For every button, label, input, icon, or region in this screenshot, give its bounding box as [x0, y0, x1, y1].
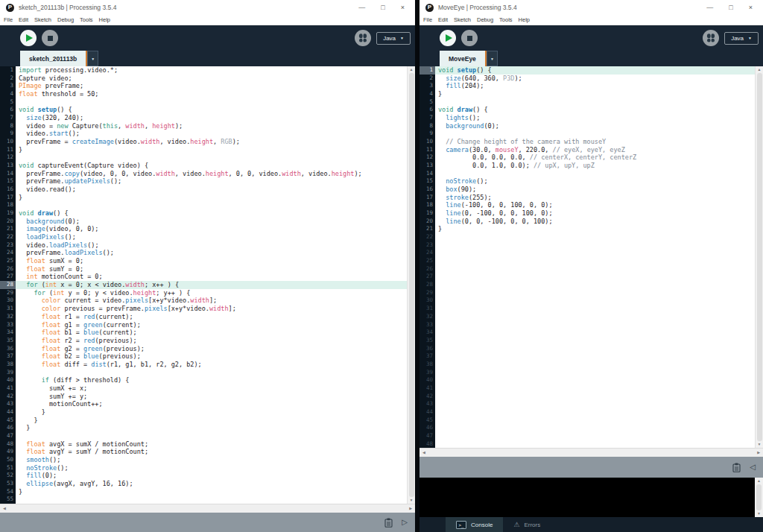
- stop-button[interactable]: [42, 30, 58, 46]
- mode-selector[interactable]: Java ▼: [724, 32, 759, 45]
- code-line: smooth();: [16, 456, 407, 464]
- line-number: 3: [0, 82, 16, 90]
- menu-sketch[interactable]: Sketch: [34, 16, 51, 23]
- code-area[interactable]: void setup() { size(640, 360, P3D); fill…: [435, 66, 755, 448]
- mode-dropdown-icon: ▼: [400, 36, 404, 40]
- code-line: [435, 265, 755, 273]
- code-line: [16, 495, 407, 504]
- code-area[interactable]: import processing.video.*;Capture video;…: [16, 66, 407, 504]
- toolbar: Java ▼: [0, 25, 415, 51]
- scroll-up-icon[interactable]: ▲: [757, 479, 761, 483]
- line-number: 10: [420, 138, 435, 146]
- close-button[interactable]: ×: [401, 4, 405, 11]
- line-number: 53: [0, 480, 16, 488]
- maximize-button[interactable]: □: [381, 4, 384, 11]
- code-line: [435, 400, 755, 408]
- code-line: [435, 361, 755, 369]
- scroll-down-icon[interactable]: ▼: [757, 512, 761, 516]
- line-number: 30: [420, 297, 435, 305]
- scroll-down-icon[interactable]: ▼: [410, 498, 414, 502]
- code-line: float avgY = sumY / motionCount;: [16, 448, 407, 456]
- tab-console[interactable]: >_ Console: [446, 517, 503, 532]
- line-number: 33: [420, 321, 435, 329]
- menu-edit[interactable]: Edit: [438, 16, 448, 23]
- menu-file[interactable]: File: [423, 16, 432, 23]
- mode-label: Java: [731, 35, 744, 42]
- tab-menu-button[interactable]: ▼: [87, 51, 98, 66]
- code-line: [435, 329, 755, 337]
- scrollbar-thumb[interactable]: [409, 73, 414, 497]
- code-line: }: [435, 225, 755, 233]
- editor-vertical-scrollbar[interactable]: ▲ ▼: [755, 66, 763, 448]
- sketch-tab[interactable]: MoveEye: [440, 51, 487, 66]
- menu-file[interactable]: File: [4, 16, 13, 23]
- menu-tools[interactable]: Tools: [80, 16, 93, 23]
- title-bar: P sketch_201113b | Processing 3.5.4 — □ …: [0, 0, 415, 15]
- console-toggle-icon[interactable]: ◁: [750, 463, 756, 471]
- line-number: 41: [0, 384, 16, 393]
- scroll-right-icon[interactable]: ▶: [409, 507, 412, 510]
- run-button[interactable]: [20, 30, 37, 46]
- code-line: float sumY = 0;: [16, 265, 407, 273]
- scroll-left-icon[interactable]: ◀: [422, 451, 425, 455]
- menu-help[interactable]: Help: [99, 16, 110, 23]
- scrollbar-thumb[interactable]: [757, 73, 762, 441]
- tab-errors[interactable]: ⚠ Errors: [503, 517, 551, 532]
- editor-vertical-scrollbar[interactable]: ▲ ▼: [407, 66, 415, 504]
- code-line: [435, 321, 755, 329]
- line-number: 1: [0, 66, 16, 75]
- code-line: [435, 393, 755, 401]
- console-toggle-icon[interactable]: ▷: [402, 519, 408, 526]
- line-number: 7: [420, 114, 435, 122]
- code-editor[interactable]: 1234567891011121314151617181920212223242…: [420, 66, 763, 448]
- copy-error-icon[interactable]: [732, 463, 741, 472]
- copy-error-icon[interactable]: [384, 518, 393, 528]
- debug-button[interactable]: [355, 30, 371, 46]
- code-line: void draw() {: [435, 106, 755, 114]
- scroll-left-icon[interactable]: ◀: [3, 507, 6, 510]
- line-number: 27: [0, 273, 16, 281]
- menu-debug[interactable]: Debug: [57, 16, 74, 23]
- line-number: 34: [0, 329, 16, 337]
- code-line: [435, 384, 755, 393]
- console-vertical-scrollbar[interactable]: ▲ ▼: [755, 478, 763, 517]
- window-title: sketch_201113b | Processing 3.5.4: [19, 4, 116, 11]
- scrollbar-thumb[interactable]: [756, 484, 762, 510]
- toolbar: Java ▼: [420, 25, 763, 51]
- minimize-button[interactable]: —: [706, 4, 713, 11]
- line-number: 24: [0, 249, 16, 257]
- line-number: 33: [0, 321, 16, 329]
- menu-tools[interactable]: Tools: [499, 16, 513, 23]
- code-line: video = new Capture(this, width, height)…: [16, 122, 407, 130]
- line-number: 31: [420, 305, 435, 313]
- menu-sketch[interactable]: Sketch: [454, 16, 471, 23]
- menu-edit[interactable]: Edit: [19, 16, 28, 23]
- code-editor[interactable]: 1234567891011121314151617181920212223242…: [0, 66, 415, 504]
- maximize-button[interactable]: □: [729, 4, 732, 11]
- debug-button[interactable]: [703, 30, 719, 46]
- processing-logo-icon: P: [6, 4, 14, 12]
- message-bar: ◁: [420, 457, 763, 478]
- minimize-button[interactable]: —: [358, 4, 365, 11]
- editor-horizontal-scrollbar[interactable]: ◀ ▶: [0, 504, 415, 513]
- close-button[interactable]: ×: [749, 4, 753, 11]
- code-line: float r2 = red(previous);: [16, 337, 407, 345]
- code-line: [435, 440, 755, 448]
- stop-button[interactable]: [461, 30, 478, 46]
- line-number: 28: [420, 281, 435, 289]
- mode-selector[interactable]: Java ▼: [376, 32, 411, 45]
- run-button[interactable]: [440, 30, 456, 46]
- scroll-up-icon[interactable]: ▲: [758, 68, 762, 72]
- menu-help[interactable]: Help: [519, 16, 530, 23]
- scroll-down-icon[interactable]: ▼: [758, 443, 762, 446]
- scroll-up-icon[interactable]: ▲: [410, 68, 414, 72]
- code-line: }: [16, 488, 407, 496]
- code-line: [435, 241, 755, 250]
- line-number: 47: [0, 432, 16, 440]
- editor-horizontal-scrollbar[interactable]: ◀ ▶: [420, 448, 763, 457]
- sketch-tab[interactable]: sketch_201113b: [20, 51, 87, 66]
- tab-menu-button[interactable]: ▼: [487, 51, 498, 66]
- menu-debug[interactable]: Debug: [477, 16, 493, 23]
- line-number: 8: [0, 122, 16, 130]
- scroll-right-icon[interactable]: ▶: [757, 451, 760, 455]
